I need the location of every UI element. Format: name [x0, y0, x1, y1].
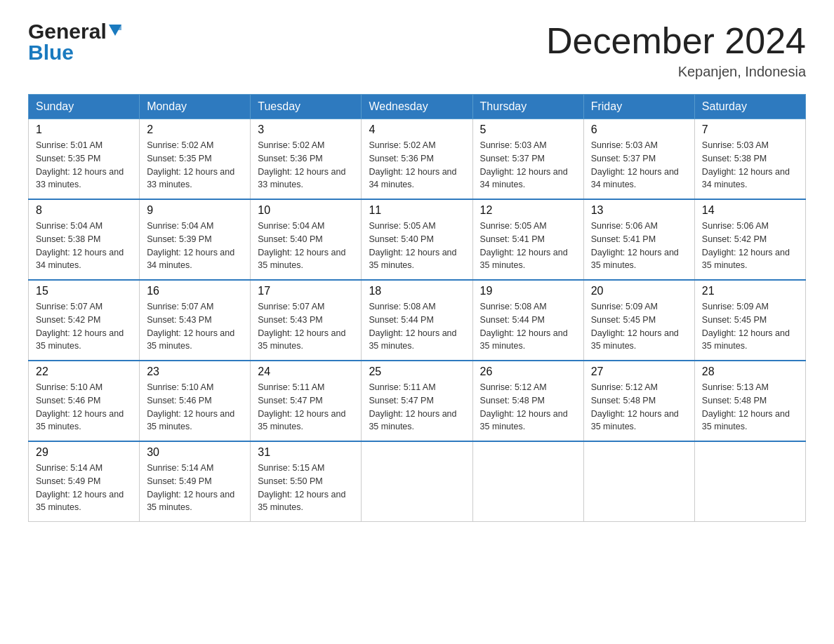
calendar-cell: 22Sunrise: 5:10 AMSunset: 5:46 PMDayligh… [29, 361, 140, 441]
logo-blue-text: Blue [28, 41, 74, 64]
day-number: 21 [702, 285, 798, 297]
calendar-cell: 14Sunrise: 5:06 AMSunset: 5:42 PMDayligh… [694, 199, 805, 280]
day-info: Sunrise: 5:02 AMSunset: 5:35 PMDaylight:… [147, 139, 243, 192]
title-section: December 2024 Kepanjen, Indonesia [546, 21, 806, 80]
day-info: Sunrise: 5:12 AMSunset: 5:48 PMDaylight:… [591, 381, 687, 434]
day-info: Sunrise: 5:04 AMSunset: 5:38 PMDaylight:… [36, 220, 132, 272]
calendar-cell: 7Sunrise: 5:03 AMSunset: 5:38 PMDaylight… [694, 119, 805, 200]
calendar-table: SundayMondayTuesdayWednesdayThursdayFrid… [28, 94, 806, 522]
day-info: Sunrise: 5:08 AMSunset: 5:44 PMDaylight:… [480, 300, 576, 353]
day-info: Sunrise: 5:07 AMSunset: 5:43 PMDaylight:… [258, 300, 354, 353]
day-info: Sunrise: 5:14 AMSunset: 5:49 PMDaylight:… [147, 462, 243, 514]
day-number: 31 [258, 446, 354, 459]
day-number: 19 [480, 285, 576, 297]
day-info: Sunrise: 5:11 AMSunset: 5:47 PMDaylight:… [369, 381, 465, 434]
page-header: General Blue December 2024 Kepanjen, Ind… [28, 21, 806, 80]
day-info: Sunrise: 5:09 AMSunset: 5:45 PMDaylight:… [591, 300, 687, 353]
week-row-1: 1Sunrise: 5:01 AMSunset: 5:35 PMDaylight… [29, 119, 806, 200]
day-number: 6 [591, 123, 687, 136]
day-info: Sunrise: 5:02 AMSunset: 5:36 PMDaylight:… [258, 139, 354, 192]
calendar-cell: 20Sunrise: 5:09 AMSunset: 5:45 PMDayligh… [583, 280, 694, 361]
calendar-cell: 3Sunrise: 5:02 AMSunset: 5:36 PMDaylight… [251, 119, 362, 200]
day-number: 15 [36, 285, 132, 297]
day-info: Sunrise: 5:07 AMSunset: 5:43 PMDaylight:… [147, 300, 243, 353]
week-row-2: 8Sunrise: 5:04 AMSunset: 5:38 PMDaylight… [29, 199, 806, 280]
week-row-5: 29Sunrise: 5:14 AMSunset: 5:49 PMDayligh… [29, 441, 806, 522]
day-info: Sunrise: 5:01 AMSunset: 5:35 PMDaylight:… [36, 139, 132, 192]
calendar-cell: 8Sunrise: 5:04 AMSunset: 5:38 PMDaylight… [29, 199, 140, 280]
calendar-cell: 17Sunrise: 5:07 AMSunset: 5:43 PMDayligh… [251, 280, 362, 361]
day-number: 8 [36, 204, 132, 217]
day-number: 23 [147, 365, 243, 378]
day-number: 2 [147, 123, 243, 136]
calendar-cell: 5Sunrise: 5:03 AMSunset: 5:37 PMDaylight… [472, 119, 583, 200]
weekday-header-row: SundayMondayTuesdayWednesdayThursdayFrid… [29, 95, 806, 119]
day-number: 17 [258, 285, 354, 297]
weekday-header-saturday: Saturday [694, 95, 805, 119]
day-info: Sunrise: 5:08 AMSunset: 5:44 PMDaylight:… [369, 300, 465, 353]
day-info: Sunrise: 5:05 AMSunset: 5:40 PMDaylight:… [369, 220, 465, 272]
calendar-cell: 19Sunrise: 5:08 AMSunset: 5:44 PMDayligh… [472, 280, 583, 361]
day-info: Sunrise: 5:03 AMSunset: 5:37 PMDaylight:… [480, 139, 576, 192]
day-number: 13 [591, 204, 687, 217]
day-number: 28 [702, 365, 798, 378]
day-number: 12 [480, 204, 576, 217]
weekday-header-thursday: Thursday [472, 95, 583, 119]
day-number: 5 [480, 123, 576, 136]
day-number: 14 [702, 204, 798, 217]
day-info: Sunrise: 5:04 AMSunset: 5:39 PMDaylight:… [147, 220, 243, 272]
day-number: 9 [147, 204, 243, 217]
logo-arrow-icon [109, 25, 121, 42]
calendar-cell: 1Sunrise: 5:01 AMSunset: 5:35 PMDaylight… [29, 119, 140, 200]
day-info: Sunrise: 5:05 AMSunset: 5:41 PMDaylight:… [480, 220, 576, 272]
calendar-cell [583, 441, 694, 522]
day-number: 29 [36, 446, 132, 459]
calendar-cell: 4Sunrise: 5:02 AMSunset: 5:36 PMDaylight… [362, 119, 472, 200]
week-row-3: 15Sunrise: 5:07 AMSunset: 5:42 PMDayligh… [29, 280, 806, 361]
calendar-cell [472, 441, 583, 522]
day-number: 11 [369, 204, 465, 217]
day-number: 27 [591, 365, 687, 378]
calendar-cell: 24Sunrise: 5:11 AMSunset: 5:47 PMDayligh… [251, 361, 362, 441]
calendar-cell: 31Sunrise: 5:15 AMSunset: 5:50 PMDayligh… [251, 441, 362, 522]
calendar-cell: 27Sunrise: 5:12 AMSunset: 5:48 PMDayligh… [583, 361, 694, 441]
day-info: Sunrise: 5:06 AMSunset: 5:41 PMDaylight:… [591, 220, 687, 272]
calendar-cell: 18Sunrise: 5:08 AMSunset: 5:44 PMDayligh… [362, 280, 472, 361]
day-number: 26 [480, 365, 576, 378]
day-info: Sunrise: 5:03 AMSunset: 5:38 PMDaylight:… [702, 139, 798, 192]
day-number: 3 [258, 123, 354, 136]
day-number: 18 [369, 285, 465, 297]
calendar-cell: 11Sunrise: 5:05 AMSunset: 5:40 PMDayligh… [362, 199, 472, 280]
logo-general-text: General [28, 21, 107, 42]
calendar-cell: 15Sunrise: 5:07 AMSunset: 5:42 PMDayligh… [29, 280, 140, 361]
day-info: Sunrise: 5:10 AMSunset: 5:46 PMDaylight:… [36, 381, 132, 434]
calendar-cell: 30Sunrise: 5:14 AMSunset: 5:49 PMDayligh… [140, 441, 251, 522]
calendar-cell [694, 441, 805, 522]
day-info: Sunrise: 5:12 AMSunset: 5:48 PMDaylight:… [480, 381, 576, 434]
calendar-cell: 6Sunrise: 5:03 AMSunset: 5:37 PMDaylight… [583, 119, 694, 200]
calendar-cell: 10Sunrise: 5:04 AMSunset: 5:40 PMDayligh… [251, 199, 362, 280]
weekday-header-friday: Friday [583, 95, 694, 119]
calendar-cell: 13Sunrise: 5:06 AMSunset: 5:41 PMDayligh… [583, 199, 694, 280]
calendar-cell: 26Sunrise: 5:12 AMSunset: 5:48 PMDayligh… [472, 361, 583, 441]
day-info: Sunrise: 5:15 AMSunset: 5:50 PMDaylight:… [258, 462, 354, 514]
day-info: Sunrise: 5:02 AMSunset: 5:36 PMDaylight:… [369, 139, 465, 192]
calendar-cell: 21Sunrise: 5:09 AMSunset: 5:45 PMDayligh… [694, 280, 805, 361]
day-number: 25 [369, 365, 465, 378]
calendar-cell: 29Sunrise: 5:14 AMSunset: 5:49 PMDayligh… [29, 441, 140, 522]
logo: General Blue [28, 21, 121, 63]
calendar-cell: 23Sunrise: 5:10 AMSunset: 5:46 PMDayligh… [140, 361, 251, 441]
weekday-header-monday: Monday [140, 95, 251, 119]
location: Kepanjen, Indonesia [546, 64, 806, 80]
day-number: 4 [369, 123, 465, 136]
day-info: Sunrise: 5:06 AMSunset: 5:42 PMDaylight:… [702, 220, 798, 272]
calendar-cell: 9Sunrise: 5:04 AMSunset: 5:39 PMDaylight… [140, 199, 251, 280]
calendar-cell [362, 441, 472, 522]
calendar-cell: 25Sunrise: 5:11 AMSunset: 5:47 PMDayligh… [362, 361, 472, 441]
weekday-header-tuesday: Tuesday [251, 95, 362, 119]
day-number: 7 [702, 123, 798, 136]
calendar-cell: 16Sunrise: 5:07 AMSunset: 5:43 PMDayligh… [140, 280, 251, 361]
day-info: Sunrise: 5:14 AMSunset: 5:49 PMDaylight:… [36, 462, 132, 514]
day-info: Sunrise: 5:03 AMSunset: 5:37 PMDaylight:… [591, 139, 687, 192]
weekday-header-wednesday: Wednesday [362, 95, 472, 119]
